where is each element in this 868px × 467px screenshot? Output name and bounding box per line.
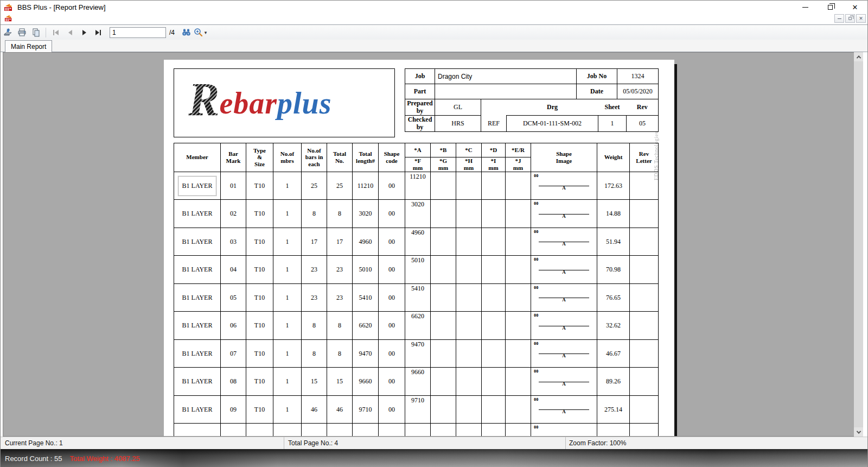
cell-dim-d: [482, 172, 506, 200]
close-button[interactable]: ✕: [843, 1, 867, 14]
mdi-minimize-button[interactable]: [834, 14, 844, 23]
cell-shape-code: 00: [379, 200, 405, 228]
mdi-restore-button[interactable]: [845, 14, 855, 23]
header-d: *D: [482, 143, 506, 157]
cell-member: B1 LAYER: [174, 283, 221, 312]
cell-no-of-mbrs: 1: [273, 368, 302, 396]
cell-bar-mark: [221, 424, 246, 437]
cell-dim-er: [506, 339, 531, 368]
header-i: *I mm: [482, 157, 506, 172]
cell-member: B1 LAYER: [174, 368, 221, 396]
cell-no-of-mbrs: 1: [273, 172, 302, 200]
cell-rev-letter: [630, 395, 659, 424]
cell-weight: 70.98: [597, 256, 630, 284]
search-button[interactable]: [179, 26, 193, 39]
mdi-close-button[interactable]: ✕: [856, 14, 866, 23]
cell-dim-d: [482, 312, 506, 340]
cell-bars-in-each: 17: [302, 228, 327, 256]
rev-label: Rev: [627, 99, 659, 116]
page-total-label: /4: [169, 29, 175, 36]
cell-total-length: 4960: [353, 228, 379, 256]
zoom-button[interactable]: ▾: [193, 26, 207, 39]
shape-image-cell: 00 A: [531, 172, 597, 200]
cell-total-length: 5410: [353, 283, 379, 312]
member-cell-text: B1 LAYER: [182, 377, 213, 385]
cell-rev-letter: [630, 200, 659, 228]
cell-member: B1 LAYER: [174, 256, 221, 284]
cell-bars-in-each: [302, 424, 327, 437]
last-page-button[interactable]: [91, 26, 105, 39]
cell-member: B1 LAYER: [174, 395, 221, 424]
scroll-up-icon: [856, 55, 860, 60]
minimize-button[interactable]: [793, 1, 818, 14]
footer-bar: Record Count : 55 Total Weight : 4087.25: [1, 449, 867, 467]
shape-dimension-label: A: [562, 242, 566, 247]
cell-total-no: 17: [327, 228, 353, 256]
cell-total-length: 5010: [353, 256, 379, 284]
cell-no-of-mbrs: 1: [273, 312, 302, 340]
export-button[interactable]: [1, 26, 15, 39]
mdi-minimize-icon: [838, 18, 841, 19]
first-page-button[interactable]: [49, 26, 63, 39]
cell-dim-er: [506, 312, 531, 340]
shape-dimension-label: A: [562, 186, 566, 191]
zoom-factor-status: Zoom Factor: 100%: [569, 439, 626, 447]
page-number-input[interactable]: [110, 27, 166, 38]
cell-weight: 76.65: [597, 283, 630, 312]
shape-badge: 00: [534, 230, 538, 234]
job-label: Job: [405, 69, 435, 84]
mdi-child-icon[interactable]: [4, 14, 12, 22]
cell-type-size: T10: [246, 228, 273, 256]
tab-main-report[interactable]: Main Report: [5, 40, 52, 52]
app-icon: [4, 3, 13, 12]
cell-bar-mark: 07: [221, 339, 246, 368]
cell-dim-c: [456, 283, 482, 312]
status-separator: [565, 437, 566, 449]
cell-no-of-mbrs: 1: [273, 339, 302, 368]
shape-dimension-label: A: [562, 354, 566, 358]
logo-letter-r: R: [188, 81, 219, 118]
zoom-dropdown-caret[interactable]: ▾: [205, 30, 207, 35]
cell-bars-in-each: 46: [302, 395, 327, 424]
cell-bars-in-each: 25: [302, 172, 327, 200]
cell-member: B1 LAYER: [174, 339, 221, 368]
cell-dim-b: [431, 228, 456, 256]
cell-bars-in-each: 8: [302, 200, 327, 228]
shape-image-cell: 00 A: [531, 312, 597, 340]
zoom-icon: [194, 28, 203, 37]
cell-dim-a: 9710: [405, 395, 431, 424]
header-no-of-mbrs: No.of mbrs: [273, 143, 302, 172]
date-label: Date: [577, 84, 617, 99]
bbs-table-body: B1 LAYER 01 T10 1 25 25 11210 00 11210 0…: [174, 172, 659, 437]
cell-dim-er: [506, 172, 531, 200]
previous-page-button[interactable]: [63, 26, 77, 39]
cell-dim-er: [506, 256, 531, 284]
cell-rev-letter: [630, 339, 659, 368]
scroll-up-button[interactable]: [854, 52, 863, 61]
cell-dim-er: [506, 283, 531, 312]
rev-value: 05: [627, 116, 659, 132]
cell-total-length: 9470: [353, 339, 379, 368]
print-button[interactable]: [15, 26, 29, 39]
cell-dim-b: [431, 339, 456, 368]
header-h: *H mm: [456, 157, 482, 172]
cell-bar-mark: 01: [221, 172, 246, 200]
member-cell-text: B1 LAYER: [182, 350, 213, 357]
header-total-no: Total No.: [327, 143, 353, 172]
cell-bars-in-each: 23: [302, 283, 327, 312]
header-weight: Weight: [597, 143, 630, 172]
header-a: *A: [405, 143, 431, 157]
cell-shape-code: 00: [379, 172, 405, 200]
restore-button[interactable]: [818, 1, 843, 14]
copy-button[interactable]: [29, 26, 43, 39]
header-bar-mark: Bar Mark: [221, 143, 246, 172]
cell-type-size: T10: [246, 339, 273, 368]
vertical-scrollbar[interactable]: [854, 52, 863, 437]
last-page-icon: [95, 30, 99, 35]
member-cell-text: B1 LAYER: [182, 321, 213, 329]
app-window: BBS Plus - [Report Preview] ✕ ✕: [0, 0, 868, 467]
shape-dimension-label: A: [562, 214, 566, 219]
cell-weight: 172.63: [597, 172, 630, 200]
next-page-button[interactable]: [77, 26, 91, 39]
scroll-down-button[interactable]: [854, 427, 863, 437]
